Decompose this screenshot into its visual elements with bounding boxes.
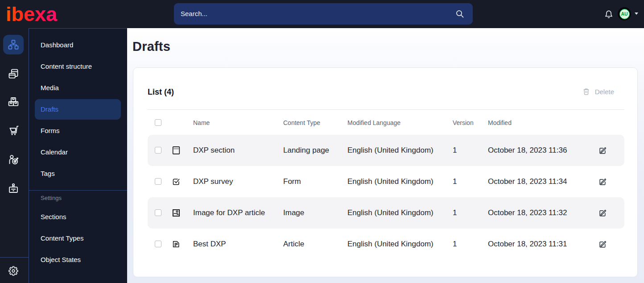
svg-text:ibexa: ibexa <box>6 5 58 23</box>
